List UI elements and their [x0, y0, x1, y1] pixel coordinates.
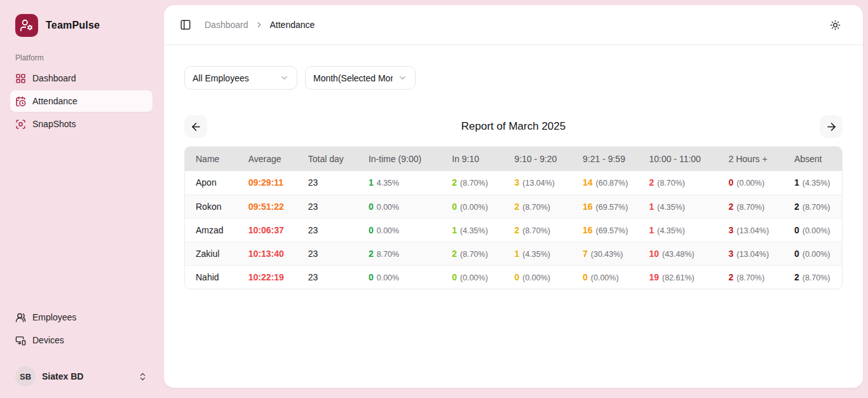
- next-month-button[interactable]: [820, 115, 843, 138]
- month-filter-value: Month(Selected Month): [313, 73, 393, 83]
- table-row: Apon09:29:112314.35%2(8.70%)3(13.04%)14(…: [185, 171, 842, 195]
- stat-cell: 3(13.04%): [503, 171, 572, 195]
- stat-count: 19: [649, 272, 659, 282]
- average-time-cell: 10:13:40: [238, 242, 297, 265]
- previous-month-button[interactable]: [184, 115, 207, 138]
- stat-count: 1: [452, 225, 457, 235]
- stat-count: 1: [649, 202, 654, 212]
- stat-count: 0: [729, 177, 734, 188]
- employee-filter-value: All Employees: [193, 73, 275, 83]
- employee-name-cell: Zakiul: [185, 242, 238, 265]
- stat-percentage: (60.87%): [596, 179, 628, 188]
- theme-toggle-button[interactable]: [826, 16, 844, 34]
- stat-percentage: (82.61%): [662, 273, 695, 282]
- arrow-right-icon: [825, 121, 837, 133]
- stat-count: 3: [729, 249, 734, 259]
- stat-percentage: (8.70%): [736, 203, 764, 212]
- stat-cell: 2(8.70%): [783, 265, 842, 289]
- attendance-table-header: Name Average Total day In-time (9:00) In…: [185, 147, 842, 171]
- total-day-cell: 23: [297, 195, 358, 218]
- stat-cell: 1(4.35%): [638, 195, 717, 218]
- content-area: All Employees Month(Selected Month): [164, 45, 863, 289]
- stat-percentage: (8.70%): [736, 273, 764, 282]
- table-row: Rokon09:51:222300.00%0(0.00%)2(8.70%)16(…: [185, 195, 842, 218]
- total-day-cell: 23: [297, 242, 358, 265]
- stat-cell: 3(13.04%): [718, 218, 783, 242]
- workspace-name: Siatex BD: [42, 371, 132, 381]
- employee-name-cell: Nahid: [185, 265, 238, 289]
- column-header-average: Average: [238, 147, 297, 171]
- stat-percentage: (0.00%): [522, 273, 550, 282]
- sidebar-user-menu[interactable]: SB Siatex BD: [10, 362, 153, 390]
- breadcrumb-dashboard[interactable]: Dashboard: [205, 20, 248, 30]
- stat-cell: 2(8.70%): [718, 265, 783, 289]
- sidebar-item-devices[interactable]: Devices: [10, 329, 153, 351]
- stat-count: 2: [794, 202, 799, 212]
- stat-count: 2: [514, 225, 519, 235]
- stat-cell: 0(0.00%): [503, 265, 572, 289]
- column-header-in-time: In-time (9:00): [358, 147, 441, 171]
- stat-count: 16: [583, 202, 593, 212]
- column-header-name: Name: [185, 147, 238, 171]
- chevron-right-icon: [255, 20, 264, 29]
- sidebar-item-snapshots[interactable]: SnapShots: [10, 113, 153, 135]
- month-filter-select[interactable]: Month(Selected Month): [305, 66, 416, 90]
- monitor-smartphone-icon: [15, 335, 26, 346]
- stat-count: 0: [369, 202, 374, 212]
- average-time-cell: 10:22:19: [238, 265, 297, 289]
- stat-percentage: (4.35%): [803, 179, 831, 188]
- sidebar-item-label: Attendance: [32, 96, 78, 106]
- stat-cell: 16(69.57%): [572, 195, 638, 218]
- arrow-left-icon: [190, 121, 202, 133]
- stat-cell: 2(8.70%): [638, 171, 717, 195]
- stat-count: 0: [452, 272, 457, 282]
- employee-name-cell: Amzad: [185, 218, 238, 242]
- employee-name-cell: Rokon: [185, 195, 238, 218]
- breadcrumb-attendance: Attendance: [270, 20, 315, 30]
- stat-cell: 3(13.04%): [718, 242, 783, 265]
- sun-icon: [830, 20, 841, 31]
- stat-count: 1: [369, 177, 374, 188]
- stat-count: 0: [794, 249, 799, 259]
- app-title: TeamPulse: [46, 20, 100, 31]
- total-day-cell: 23: [297, 218, 358, 242]
- stat-count: 2: [369, 249, 374, 259]
- sidebar-item-label: Dashboard: [32, 73, 76, 83]
- sidebar-item-attendance[interactable]: Attendance: [10, 90, 153, 112]
- table-row: Nahid10:22:192300.00%0(0.00%)0(0.00%)0(0…: [185, 265, 842, 289]
- column-header-total-day: Total day: [297, 147, 358, 171]
- total-day-cell: 23: [297, 171, 358, 195]
- stat-cell: 7(30.43%): [572, 242, 638, 265]
- stat-cell: 0(0.00%): [783, 242, 842, 265]
- stat-percentage: (13.04%): [522, 179, 555, 188]
- stat-count: 0: [583, 272, 588, 282]
- breadcrumb: Dashboard Attendance: [205, 20, 315, 30]
- stat-percentage: (13.04%): [736, 250, 769, 259]
- stat-cell: 1(4.35%): [638, 218, 717, 242]
- stat-cell: 28.70%: [358, 242, 441, 265]
- stat-percentage: (4.35%): [522, 250, 550, 259]
- stat-cell: 16(69.57%): [572, 218, 638, 242]
- sidebar-item-employees[interactable]: Employees: [10, 306, 153, 328]
- stat-count: 1: [514, 249, 519, 259]
- employee-filter-select[interactable]: All Employees: [184, 66, 297, 90]
- stat-percentage: (8.70%): [803, 273, 831, 282]
- filters-row: All Employees Month(Selected Month): [184, 66, 843, 90]
- stat-count: 16: [583, 225, 593, 235]
- stat-percentage: (69.57%): [596, 203, 628, 212]
- stat-cell: 0(0.00%): [441, 265, 503, 289]
- stat-cell: 14(60.87%): [572, 171, 638, 195]
- layout-grid-icon: [15, 73, 26, 84]
- stat-count: 0: [452, 202, 457, 212]
- sidebar-item-dashboard[interactable]: Dashboard: [10, 67, 153, 89]
- sidebar: TeamPulse Platform Dashboard Attendance: [0, 0, 163, 398]
- stat-percentage: (0.00%): [591, 273, 619, 282]
- sidebar-spacer: [10, 136, 153, 306]
- stat-cell: 2(8.70%): [503, 218, 572, 242]
- panel-left-icon: [180, 19, 191, 31]
- stat-cell: 10(43.48%): [638, 242, 717, 265]
- sidebar-toggle-button[interactable]: [177, 16, 194, 34]
- stat-percentage: 0.00%: [377, 226, 399, 235]
- stat-count: 2: [452, 177, 457, 188]
- stat-count: 10: [649, 249, 659, 259]
